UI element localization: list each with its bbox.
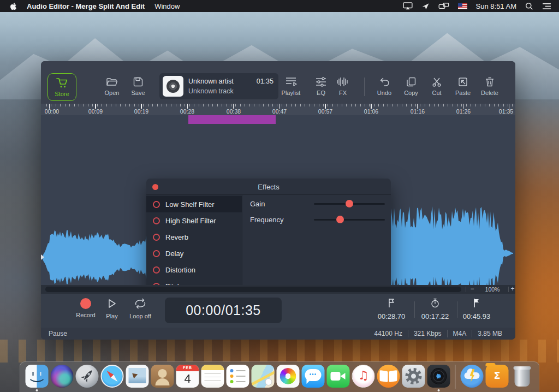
menu-item-window[interactable]: Window bbox=[154, 2, 180, 10]
dock-trash-icon[interactable] bbox=[511, 365, 534, 388]
loop-icon bbox=[134, 298, 147, 310]
dock-notes-icon[interactable] bbox=[201, 365, 224, 388]
dock-launchpad-icon[interactable] bbox=[76, 365, 99, 388]
effect-item-pitch[interactable]: Pitch bbox=[146, 278, 242, 285]
ruler-label: 01:16 bbox=[411, 108, 425, 115]
selection-region-top[interactable] bbox=[188, 115, 276, 124]
sigma-symbol: Σ bbox=[486, 370, 509, 381]
ruler-label: 01:06 bbox=[364, 108, 378, 115]
store-button[interactable]: Store bbox=[47, 73, 76, 101]
dock-reminders-icon[interactable] bbox=[227, 365, 249, 388]
location-arrow-icon[interactable] bbox=[421, 2, 430, 10]
fx-button[interactable]: FX bbox=[328, 76, 358, 102]
save-button[interactable]: Save bbox=[123, 76, 153, 102]
dock-maps-icon[interactable] bbox=[252, 365, 275, 388]
effect-label: Distortion bbox=[165, 266, 195, 274]
zoom-in-button[interactable]: + bbox=[509, 285, 516, 294]
displays-icon[interactable] bbox=[438, 2, 449, 10]
menu-bar: Audio Editor - Merge Split And Edit Wind… bbox=[0, 0, 559, 12]
eq-sliders-icon bbox=[315, 76, 327, 87]
spotlight-search-icon[interactable] bbox=[525, 2, 533, 10]
effect-item-delay[interactable]: Delay bbox=[146, 245, 242, 262]
gain-label: Gain bbox=[250, 200, 265, 208]
effect-item-distortion[interactable]: Distortion bbox=[146, 262, 242, 278]
playhead-marker[interactable] bbox=[41, 254, 44, 260]
undo-label: Undo bbox=[377, 90, 391, 96]
dock-system-preferences-icon[interactable] bbox=[402, 365, 425, 388]
play-label: Play bbox=[106, 313, 117, 319]
gain-slider[interactable] bbox=[314, 200, 385, 207]
calendar-month: FEB bbox=[176, 365, 199, 371]
dock-messages-icon[interactable] bbox=[302, 365, 325, 388]
playback-state: Pause bbox=[41, 330, 67, 337]
ruler-label: 00:00 bbox=[45, 108, 59, 115]
ruler-label: 00:09 bbox=[88, 108, 103, 115]
delete-label: Delete bbox=[481, 90, 498, 96]
flag-outline-icon bbox=[387, 298, 396, 310]
dock-audio-editor-icon[interactable] bbox=[427, 365, 450, 388]
selection-end-time: 00:45.93 bbox=[463, 312, 491, 320]
effect-label: High Shelf Filter bbox=[165, 217, 216, 225]
toolbar: Store Open Save Unknown artist Unknown t… bbox=[41, 61, 515, 104]
dock-photos-icon[interactable] bbox=[277, 365, 300, 388]
effect-item-low-shelf-filter[interactable]: Low Shelf Filter bbox=[146, 196, 242, 212]
eq-label: EQ bbox=[317, 90, 325, 96]
running-indicator bbox=[438, 389, 440, 391]
selection-duration-marker[interactable]: 00:17.22 bbox=[413, 298, 457, 320]
dock-facetime-icon[interactable] bbox=[327, 365, 350, 388]
dock-cloudapp-icon[interactable] bbox=[461, 365, 484, 388]
frequency-slider[interactable] bbox=[314, 216, 385, 223]
frequency-label: Frequency bbox=[250, 216, 283, 224]
input-language-flag-icon[interactable] bbox=[458, 3, 467, 9]
slider-knob[interactable] bbox=[336, 216, 344, 223]
dock-contacts-icon[interactable] bbox=[151, 365, 174, 388]
waveform-area[interactable]: Effects Low Shelf Filter High Shelf Filt… bbox=[41, 115, 515, 285]
airplay-icon[interactable] bbox=[403, 2, 413, 10]
zoom-out-button[interactable]: − bbox=[468, 285, 476, 294]
ruler-label: 00:28 bbox=[180, 108, 194, 115]
file-format: M4A bbox=[447, 330, 472, 337]
selection-start-marker[interactable]: 00:28.70 bbox=[370, 298, 413, 320]
dock: FEB 4 ♫ Σ bbox=[20, 361, 540, 392]
toolbar-divider bbox=[364, 78, 365, 96]
copy-icon bbox=[406, 76, 417, 87]
radio-icon bbox=[153, 217, 160, 224]
horizontal-scrollbar[interactable] bbox=[45, 287, 461, 292]
bitrate: 321 Kbps bbox=[408, 330, 447, 337]
effect-item-high-shelf-filter[interactable]: High Shelf Filter bbox=[146, 212, 242, 229]
dock-ibooks-icon[interactable] bbox=[377, 365, 400, 388]
paste-button[interactable]: Paste bbox=[448, 76, 478, 102]
cart-icon bbox=[56, 78, 69, 90]
timeline-ruler[interactable]: 00:00 00:09 00:19 00:28 00:38 00:47 00:5… bbox=[41, 104, 515, 115]
play-button[interactable]: Play bbox=[96, 298, 128, 319]
undo-button[interactable]: Undo bbox=[369, 76, 400, 102]
playlist-label: Playlist bbox=[282, 90, 301, 96]
menu-app-title[interactable]: Audio Editor - Merge Split And Edit bbox=[27, 2, 145, 10]
loop-button[interactable]: Loop off bbox=[124, 298, 157, 319]
playlist-button[interactable]: Playlist bbox=[276, 76, 306, 102]
effect-item-reverb[interactable]: Reverb bbox=[146, 229, 242, 245]
apple-menu-icon[interactable] bbox=[10, 2, 17, 10]
calendar-day: 4 bbox=[176, 371, 199, 387]
dock-finder-icon[interactable] bbox=[26, 365, 49, 388]
wallpaper-water bbox=[0, 340, 559, 363]
record-label: Record bbox=[76, 312, 95, 318]
notification-center-icon[interactable] bbox=[542, 3, 551, 10]
ruler-label: 00:38 bbox=[227, 108, 241, 115]
dock-mail-icon[interactable] bbox=[126, 365, 149, 388]
dock-downloads-folder-icon[interactable]: Σ bbox=[486, 365, 509, 388]
dock-itunes-icon[interactable]: ♫ bbox=[352, 365, 375, 388]
ruler-label: 00:19 bbox=[134, 108, 148, 115]
dock-calendar-icon[interactable]: FEB 4 bbox=[176, 365, 199, 388]
stopwatch-icon bbox=[430, 298, 440, 310]
menu-clock[interactable]: Sun 8:51 AM bbox=[476, 2, 516, 10]
dock-siri-icon[interactable] bbox=[51, 365, 74, 388]
playlist-icon bbox=[284, 76, 298, 87]
ruler-label: 01:35 bbox=[499, 108, 513, 115]
delete-button[interactable]: Delete bbox=[474, 76, 505, 102]
selection-end-marker[interactable]: 00:45.93 bbox=[455, 298, 498, 320]
dock-safari-icon[interactable] bbox=[101, 365, 124, 388]
radio-icon bbox=[153, 266, 160, 274]
slider-knob[interactable] bbox=[346, 200, 353, 207]
file-size: 3.85 MB bbox=[472, 330, 508, 337]
